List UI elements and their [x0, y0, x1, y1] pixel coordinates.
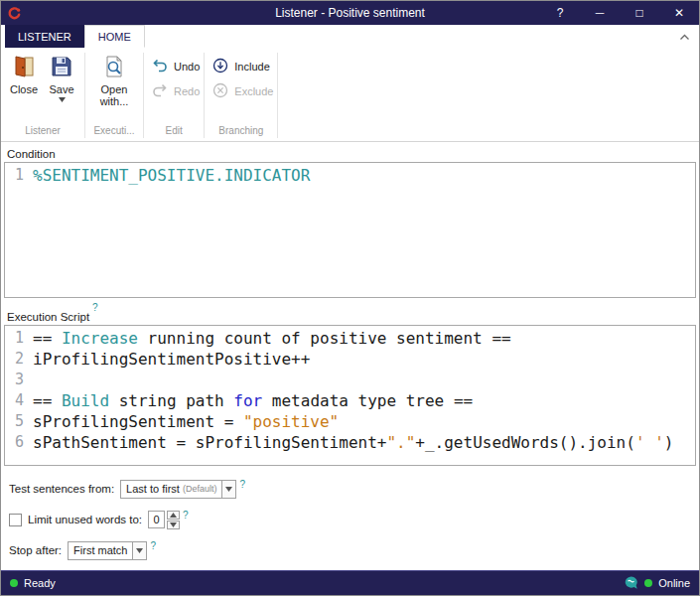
test-sentences-help-link[interactable]: ?: [239, 479, 245, 490]
code-line: 4== Build string path for metadata type …: [5, 390, 695, 411]
test-sentences-value: Last to first (Default): [120, 480, 222, 499]
open-with-magnifier-icon: [102, 55, 126, 80]
dropdown-value: First match: [73, 544, 127, 556]
stepper-value[interactable]: 0: [148, 511, 165, 528]
redo-arrow-icon: [152, 82, 168, 100]
group-label-listener: Listener: [1, 123, 84, 141]
include-circle-arrow-icon: [212, 58, 228, 75]
code-text: sProfilingSentiment = "positive": [33, 411, 339, 432]
condition-editor[interactable]: 1%SENTIMENT_POSITIVE.INDICATOR: [4, 162, 696, 298]
redo-button[interactable]: Redo: [148, 82, 200, 100]
ribbon-group-execution: Open with... Executi...: [85, 50, 143, 141]
limit-unused-words-stepper[interactable]: 0: [148, 511, 180, 529]
execution-code: 1== Increase running count of positive s…: [5, 328, 695, 453]
condition-code: 1%SENTIMENT_POSITIVE.INDICATOR: [5, 165, 695, 186]
stepper-up-icon[interactable]: [167, 511, 180, 520]
redo-label: Redo: [174, 85, 200, 97]
execution-script-text: Execution Script: [7, 311, 89, 323]
minimize-button[interactable]: ─: [580, 1, 620, 25]
app-logo-icon: [7, 6, 22, 21]
close-label: Close: [10, 83, 38, 95]
line-number: 1: [5, 328, 33, 349]
ribbon-tab-row: LISTENER HOME: [1, 25, 699, 48]
save-dropdown-icon[interactable]: [59, 96, 66, 102]
door-exit-icon: [12, 55, 36, 80]
line-number: 2: [5, 349, 33, 370]
exclude-circle-x-icon: [212, 82, 228, 100]
code-line: 2iProfilingSentimentPositive++: [5, 349, 695, 370]
exclude-button[interactable]: Exclude: [209, 82, 273, 100]
ribbon-group-listener: Close Save: [1, 50, 84, 141]
code-line: 3: [5, 370, 695, 390]
status-ready: Ready: [10, 577, 56, 589]
line-number: 1: [5, 165, 33, 186]
window-controls: ? ─ □ ✕: [540, 1, 699, 25]
code-text: %SENTIMENT_POSITIVE.INDICATOR: [33, 165, 310, 186]
code-line: 5sProfilingSentiment = "positive": [5, 411, 695, 432]
dropdown-value: Last to first: [126, 483, 180, 495]
close-window-button[interactable]: ✕: [659, 1, 699, 25]
save-label: Save: [49, 83, 73, 95]
test-sentences-row: Test sentences from: Last to first (Defa…: [9, 480, 699, 499]
status-bar: Ready Online: [1, 570, 699, 595]
stop-after-dropdown[interactable]: First match: [68, 541, 147, 560]
code-line: 1%SENTIMENT_POSITIVE.INDICATOR: [5, 165, 695, 186]
stop-after-help-link[interactable]: ?: [150, 540, 156, 551]
line-number: 3: [5, 370, 33, 390]
undo-button[interactable]: Undo: [148, 58, 200, 75]
test-sentences-label: Test sentences from:: [9, 483, 114, 495]
online-label: Online: [658, 577, 690, 589]
code-text: == Increase running count of positive se…: [33, 328, 511, 349]
tab-home[interactable]: HOME: [84, 25, 145, 48]
collapse-ribbon-icon[interactable]: [677, 30, 691, 44]
chevron-down-icon[interactable]: [222, 480, 236, 499]
status-online: Online: [624, 575, 690, 592]
help-button[interactable]: ?: [540, 1, 580, 25]
undo-arrow-icon: [152, 58, 168, 75]
code-line: 6sPathSentiment = sProfilingSentiment+".…: [5, 432, 695, 453]
code-line: 1== Increase running count of positive s…: [5, 328, 695, 349]
line-number: 5: [5, 411, 33, 432]
chevron-down-icon[interactable]: [133, 541, 147, 560]
group-separator: [277, 53, 278, 138]
save-button[interactable]: Save: [43, 52, 80, 123]
line-number: 6: [5, 432, 33, 453]
ribbon-group-branching: Include Exclude Branching: [205, 50, 277, 141]
group-label-branching: Branching: [205, 123, 277, 141]
save-floppy-icon: [50, 55, 73, 80]
group-label-execution: Executi...: [85, 123, 143, 141]
include-button[interactable]: Include: [209, 58, 273, 75]
close-listener-button[interactable]: Close: [5, 52, 43, 123]
group-label-edit: Edit: [144, 123, 204, 141]
execution-script-editor[interactable]: 1== Increase running count of positive s…: [4, 325, 696, 466]
code-text: sPathSentiment = sProfilingSentiment+"."…: [33, 432, 673, 453]
undo-label: Undo: [174, 61, 200, 73]
ribbon: Close Save: [1, 48, 699, 142]
condition-label: Condition: [7, 148, 699, 160]
line-number: 4: [5, 390, 33, 411]
stepper-arrows: [167, 511, 180, 529]
limit-unused-words-checkbox[interactable]: [9, 514, 22, 526]
dropdown-default-suffix: (Default): [183, 484, 217, 494]
maximize-button[interactable]: □: [620, 1, 659, 25]
stop-after-value: First match: [68, 541, 133, 560]
test-sentences-dropdown[interactable]: Last to first (Default): [120, 480, 236, 499]
limit-unused-words-label: Limit unused words to:: [28, 514, 142, 525]
tab-listener[interactable]: LISTENER: [5, 25, 84, 48]
open-with-label: Open with...: [89, 83, 139, 107]
online-status-dot-icon: [644, 579, 652, 587]
stop-after-label: Stop after:: [9, 544, 62, 556]
ready-status-dot-icon: [10, 579, 18, 587]
include-label: Include: [234, 61, 269, 73]
listener-window: Listener - Positive sentiment ? ─ □ ✕ LI…: [1, 1, 699, 560]
limit-help-link[interactable]: ?: [183, 510, 189, 521]
exclude-label: Exclude: [234, 85, 273, 97]
ready-label: Ready: [24, 577, 56, 589]
chat-bubble-icon: [624, 575, 638, 592]
stepper-down-icon[interactable]: [167, 521, 180, 529]
code-text: iProfilingSentimentPositive++: [33, 349, 310, 370]
open-with-button[interactable]: Open with...: [89, 52, 139, 123]
execution-help-link[interactable]: ?: [92, 302, 98, 313]
limit-unused-words-row: Limit unused words to: 0 ?: [9, 511, 699, 529]
titlebar: Listener - Positive sentiment ? ─ □ ✕: [1, 1, 699, 25]
